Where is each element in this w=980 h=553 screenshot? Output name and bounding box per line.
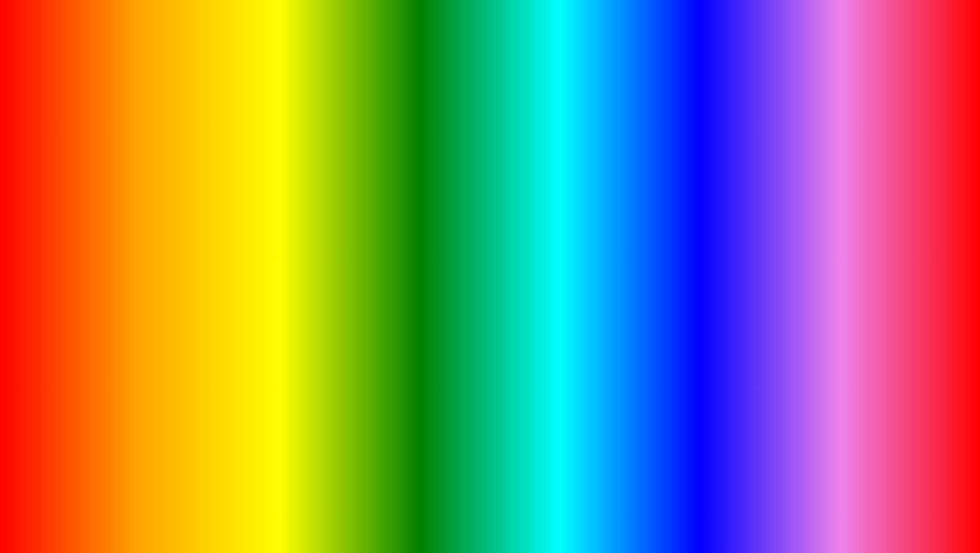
item-skill-z[interactable]: Skill Z | สกิล แซต (810, 175, 949, 182)
bottom-farm: FARM (339, 491, 469, 543)
item-skill-v[interactable]: Skill V | สกิล วี (810, 202, 949, 209)
item-white-screen[interactable]: White Screen | จอขาว (176, 220, 314, 227)
healthms-label: HealthMs (810, 228, 830, 233)
letter-R: R (529, 11, 590, 89)
right-logo: ☠ BLX FRUITS (848, 487, 950, 548)
item-black-screen[interactable]: Black Screen | จอดำ (176, 211, 314, 218)
checkbox-black-screen[interactable] (176, 212, 182, 218)
label-fast-attack: Fast Attack | โจมตีรวดเร็ว (184, 184, 236, 191)
item-fast-attack[interactable]: Fast Attack | โจมตีรวดเร็ว (176, 184, 314, 191)
subtitle-right: SUPER ATTACK (680, 107, 921, 143)
other-title: Other (810, 244, 949, 251)
bottom-auto: AUTO (195, 491, 324, 543)
letter-L: L (256, 11, 308, 89)
panel-right: ⚡ Z Main Settings Dungeon Auto Farm Ches… (660, 142, 955, 345)
item-auto-rejoin[interactable]: Auto Rejoin | โดนเตะจะเข้าใหม่ (176, 229, 314, 236)
divider-r1 (666, 183, 804, 183)
label-auto-farm-fast: Auto Farm Fast | ฟาร์มย่านศัตรูกระสอนฟ้า (31, 184, 116, 191)
autofarm-title: AutoFarm (31, 163, 170, 170)
checkbox-skill-v[interactable] (810, 202, 816, 209)
label-black-screen: Black Screen | จอดำ (184, 211, 225, 218)
panel-right-header: ⚡ Z Main Settings Dungeon (662, 144, 953, 159)
label-auto-rejoin: Auto Rejoin | โดนเตะจะเข้าใหม่ (184, 229, 247, 236)
item-skill-x[interactable]: Skill X | สกิล เอ็ก (810, 184, 949, 191)
label-autofarmastery: Auto Farm Mastery | อัตโนมัติพัฒนาความถน… (666, 197, 758, 204)
logo-fruits-text: FRUITS (875, 535, 922, 548)
healthms-value: 45 (944, 228, 949, 233)
panel-left-logo: ⚡ (31, 146, 42, 157)
checkbox-fast-attack[interactable] (176, 184, 182, 190)
distance-container: Distance 30 (810, 216, 949, 221)
panel-right-tabs[interactable]: Main Settings Dungeon (687, 148, 754, 154)
checkbox-bring-monster[interactable] (176, 193, 182, 199)
label-autofarmboss-quest: Auto Farm Boss Quest | อัตโนมัติฟาร์มบอส… (666, 263, 771, 270)
item-auto-farm-chest-tween[interactable]: Auto Farm Chest Tween | อัตโนมัติเก็บกล่… (31, 252, 170, 259)
checkbox-auto-farm[interactable] (31, 175, 37, 181)
healthms-slider[interactable] (813, 235, 946, 237)
panel-left-header: ⚡ Zee H Main Settings Dungeon (27, 144, 318, 159)
tab-dungeon-left[interactable]: Dungeon (109, 148, 132, 154)
checkbox-auto-rejoin[interactable] (176, 230, 182, 236)
select-fastattack-row: Select FastAttack | เลือกการโจมตีเร็ว : … (176, 175, 314, 182)
item-auto-new-world[interactable]: Auto New World | อัตโนมัติโลกใหม่2 (31, 218, 170, 225)
letter-B: B (195, 11, 256, 89)
letter-U: U (590, 11, 650, 89)
subtitle-left-word1: THE (59, 108, 122, 143)
tab-settings-left[interactable]: Settings (82, 148, 103, 154)
checkbox-skill-c[interactable] (810, 193, 816, 199)
divider-r4 (810, 240, 949, 240)
tab-main-right[interactable]: Main (687, 148, 699, 154)
mastery-settings-title-left: Mastery Settings (176, 243, 314, 250)
distance-value: 30 (944, 216, 949, 221)
select-weapon-row: Select Weapon | เลือกอาวุธ : Melee ▼ (31, 193, 170, 200)
item-autofarmastery: Auto Farm Mastery | อัตโนมัติพัฒนาความถน… (666, 197, 804, 204)
panels-container: ⚡ Zee H Main Settings Dungeon AutoFarm A… (0, 142, 980, 345)
checkbox-white-screen[interactable] (176, 221, 182, 227)
distance-thumb[interactable] (888, 221, 893, 226)
mastery-settings-title-r: Mastery Settings (810, 163, 949, 170)
label-auto-third-world: Auto Third World | อัตโนมัติโลกที่3 (31, 227, 100, 234)
item-auto-farm[interactable]: Auto Farm | ฟาร์มแบบอัตโนมัติ (31, 175, 170, 182)
item-skill-c[interactable]: Skill C | สกิล ซี (810, 193, 949, 200)
letter-T: T (676, 11, 729, 89)
tab-main-left[interactable]: Main (63, 148, 76, 154)
bottom-bar: AUTO FARM SCRIPT PASTEBIN (0, 491, 980, 543)
panel-right-col1: Auto Farm Chest Tween | อัตโนมัติเก็บกล่… (666, 163, 804, 272)
panel-left-tabs[interactable]: Main Settings Dungeon (63, 148, 131, 154)
divider3 (176, 239, 314, 240)
panel-right-col2: Mastery Settings Skill Z | สกิล แซต Skil… (810, 163, 949, 272)
distance-slider[interactable] (813, 223, 946, 224)
autofarmastery-title: Auto Farm Mastery (666, 186, 804, 193)
healthms-fill (813, 235, 913, 237)
autofarm-chest-title: Auto Farm Chest (31, 240, 170, 248)
label-skill-v: Skill V | สกิล วี (819, 202, 847, 209)
distance-fill (813, 223, 893, 224)
tab-dungeon-right[interactable]: Dungeon (732, 148, 755, 154)
dropdown-boss[interactable]: ▼ (774, 232, 804, 238)
letter-O: O (308, 11, 374, 89)
autoworld-title: Auto World (31, 206, 170, 214)
item-auto-haki[interactable]: Auto Haki | เปิดฮากิ (176, 202, 314, 209)
logo-circle: ☠ BLX (873, 487, 924, 533)
dropdown-weapon[interactable]: ▼ (139, 193, 170, 200)
divider1 (31, 203, 170, 203)
subtitle-left-word3: TOP (223, 108, 287, 143)
checkbox-skill-z[interactable] (810, 175, 816, 181)
refresh-boss-btn[interactable]: Refresh Boss | รีเซ็ตบอส (666, 242, 804, 252)
letter-X: X (374, 11, 430, 89)
item-auto-farm-fast[interactable]: Auto Farm Fast | ฟาร์มย่านศัตรูกระสอนฟ้า (31, 184, 170, 191)
title-blox-fruits: B L O X F R U I T S (3, 11, 977, 89)
item-auto-third-world[interactable]: Auto Third World | อัตโนมัติโลกที่3 (31, 227, 170, 234)
checkbox-auto-haki[interactable] (176, 202, 182, 209)
dropdown-fastattack[interactable]: ▼ (284, 175, 314, 182)
select-boss-row[interactable]: Select Boss | เลือกบอส : ▼ (666, 231, 804, 238)
label-chest-tp-r: Auto Farm Chest TP | อัตโนมัติเก็บกล่องแ… (666, 172, 761, 180)
autofarmboss-title: Auto Farm Boss (666, 220, 804, 227)
letter-F: F (476, 11, 529, 89)
divider-r3 (810, 212, 949, 213)
label-autofarmboss: Auto Farm Boss | อัตโนมัติฟาร์มบอส (666, 254, 739, 261)
item-bring-monster[interactable]: Bring Monster | ดึงมอน (176, 193, 314, 200)
checkbox-skill-x[interactable] (810, 184, 816, 190)
healthms-thumb[interactable] (908, 233, 913, 238)
tab-settings-right[interactable]: Settings (705, 148, 726, 154)
